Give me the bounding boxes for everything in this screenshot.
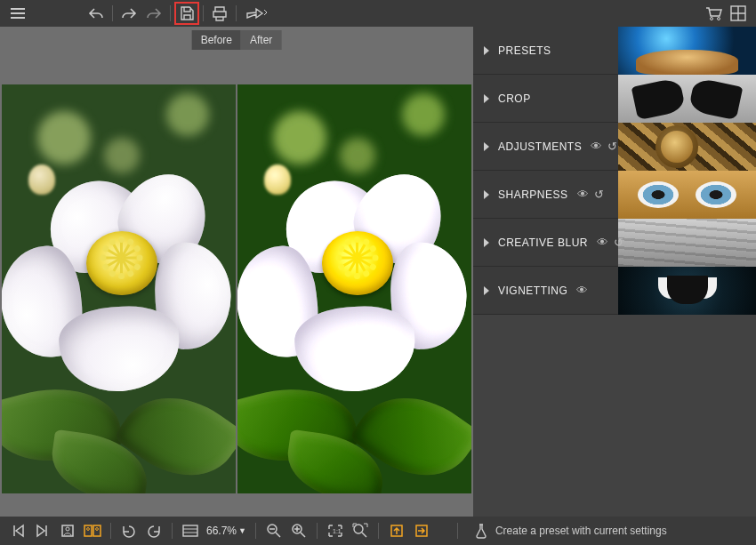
chevron-right-icon [484, 238, 489, 247]
visibility-icon[interactable]: 👁 [576, 284, 588, 297]
compare-view-button[interactable] [80, 519, 105, 542]
undo-button[interactable] [84, 2, 109, 25]
redo-button[interactable] [117, 2, 141, 25]
panel-thumbnail [618, 171, 756, 219]
history-undo-button[interactable] [141, 2, 166, 25]
chevron-right-icon [484, 94, 489, 103]
reset-icon[interactable]: ↺ [614, 236, 623, 249]
save-button[interactable] [174, 2, 199, 25]
rotate-group [117, 519, 166, 542]
panel-title: PRESETS [498, 44, 551, 57]
zoom-buttons-group [261, 519, 311, 542]
svg-point-0 [711, 18, 713, 20]
panel-thumbnail [618, 219, 756, 267]
svg-point-4 [66, 527, 69, 531]
export-right-button[interactable] [409, 519, 434, 542]
rotate-right-button[interactable] [141, 519, 166, 542]
next-image-button[interactable] [30, 519, 55, 542]
separator [203, 5, 204, 21]
visibility-icon[interactable]: 👁 [577, 188, 589, 201]
create-preset-link[interactable]: Create a preset with current settings [463, 523, 751, 539]
svg-text:1:1: 1:1 [333, 528, 342, 534]
share-button[interactable] [240, 2, 272, 25]
svg-point-8 [96, 528, 99, 531]
chevron-right-icon [484, 286, 489, 295]
panel-presets[interactable]: PRESETS [473, 27, 756, 75]
svg-point-1 [718, 18, 720, 20]
before-label[interactable]: Before [192, 30, 241, 50]
single-view-button[interactable] [55, 519, 80, 542]
chevron-down-icon: ▼ [238, 526, 246, 535]
fit-group: 1:1 [323, 519, 373, 542]
separator [236, 5, 237, 21]
separator [112, 5, 113, 21]
before-pane [2, 84, 236, 493]
zoom-level-dropdown[interactable]: 66.7% ▼ [203, 525, 250, 537]
grid-view-button[interactable] [726, 2, 751, 25]
panel-adjustments[interactable]: ADJUSTMENTS 👁 ↺ [473, 123, 756, 171]
top-toolbar [0, 0, 756, 27]
flask-icon [474, 523, 488, 539]
rotate-left-button[interactable] [117, 519, 141, 542]
separator [317, 523, 318, 539]
svg-point-13 [354, 525, 363, 533]
svg-rect-5 [84, 525, 92, 536]
panel-actions: 👁 [576, 284, 588, 297]
fit-screen-button[interactable] [348, 519, 373, 542]
panel-vignetting[interactable]: VIGNETTING 👁 [473, 267, 756, 315]
panel-title: SHARPNESS [498, 188, 568, 201]
chevron-right-icon [484, 142, 489, 151]
separator [170, 5, 171, 21]
panel-title: ADJUSTMENTS [498, 140, 582, 153]
chevron-right-icon [484, 46, 489, 55]
separator [172, 523, 173, 539]
comparison-canvas[interactable] [0, 27, 473, 517]
create-preset-label: Create a preset with current settings [495, 525, 667, 537]
main-area: Before After [0, 27, 756, 517]
panel-title: VIGNETTING [498, 285, 567, 297]
image-viewer: Before After [0, 27, 473, 517]
separator [378, 523, 379, 539]
separator [110, 523, 111, 539]
panel-crop[interactable]: CROP [473, 75, 756, 123]
reset-icon[interactable]: ↺ [594, 188, 604, 201]
cart-button[interactable] [701, 2, 726, 25]
right-sidebar: PRESETS CROP ADJUSTMENTS 👁 ↺ SHARPNESS [473, 27, 756, 517]
panel-title: CREATIVE BLUR [498, 236, 588, 249]
zoom-presets-button[interactable] [178, 519, 203, 542]
panel-thumbnail [618, 123, 756, 171]
chevron-right-icon [484, 190, 489, 199]
separator [255, 523, 256, 539]
svg-point-7 [87, 528, 90, 531]
panel-actions: 👁 ↺ [577, 188, 604, 201]
panel-actions: 👁 ↺ [597, 236, 623, 249]
reset-icon[interactable]: ↺ [607, 140, 617, 153]
fit-actual-button[interactable]: 1:1 [323, 519, 348, 542]
panel-title: CROP [498, 92, 531, 105]
export-group [384, 519, 434, 542]
after-pane [237, 84, 471, 493]
after-label[interactable]: After [241, 30, 281, 50]
menu-button[interactable] [5, 2, 30, 25]
visibility-icon[interactable]: 👁 [597, 236, 608, 249]
visibility-icon[interactable]: 👁 [591, 140, 602, 153]
first-image-button[interactable] [5, 519, 30, 542]
app-root: Before After [0, 0, 756, 545]
panel-thumbnail [618, 267, 756, 315]
panel-sharpness[interactable]: SHARPNESS 👁 ↺ [473, 171, 756, 219]
nav-group [5, 519, 105, 542]
svg-rect-9 [183, 525, 197, 536]
zoom-out-button[interactable] [261, 519, 286, 542]
sidebar-empty-area [473, 315, 756, 517]
status-bar: 66.7% ▼ 1:1 Create a preset with current… [0, 517, 756, 545]
panel-thumbnail [618, 27, 756, 75]
export-up-button[interactable] [384, 519, 409, 542]
zoom-group: 66.7% ▼ [178, 519, 250, 542]
panel-thumbnail [618, 75, 756, 123]
before-after-labels: Before After [192, 30, 282, 50]
panel-actions: 👁 ↺ [591, 140, 617, 153]
svg-rect-6 [93, 525, 101, 536]
zoom-in-button[interactable] [286, 519, 311, 542]
print-button[interactable] [207, 2, 232, 25]
panel-creative-blur[interactable]: CREATIVE BLUR 👁 ↺ [473, 219, 756, 267]
